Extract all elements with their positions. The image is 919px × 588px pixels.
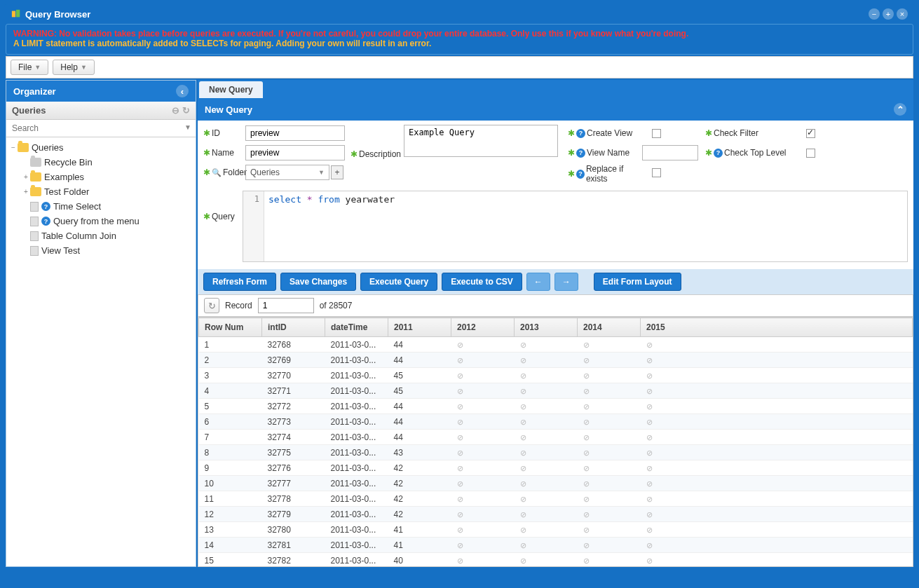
table-cell[interactable]: 32777 xyxy=(262,476,325,491)
table-cell[interactable]: 2011-03-0... xyxy=(325,383,388,399)
table-cell[interactable]: 32780 xyxy=(262,522,325,538)
table-cell[interactable]: ⊘ xyxy=(515,368,578,383)
table-cell[interactable]: 32782 xyxy=(262,553,325,567)
tab-new-query[interactable]: New Query xyxy=(199,81,263,98)
refresh-grid-button[interactable]: ↻ xyxy=(204,298,219,313)
table-cell[interactable]: ⊘ xyxy=(578,383,641,399)
table-cell[interactable]: ⊘ xyxy=(578,460,641,476)
replace-checkbox[interactable] xyxy=(652,168,661,177)
table-cell[interactable]: ⊘ xyxy=(578,507,641,522)
close-button[interactable]: × xyxy=(897,8,908,20)
collapse-organizer-button[interactable]: ‹ xyxy=(176,85,189,97)
col-2012[interactable]: 2012 xyxy=(451,318,515,337)
table-cell[interactable]: ⊘ xyxy=(515,522,578,538)
table-cell[interactable]: ⊘ xyxy=(578,337,641,353)
results-grid-scroll[interactable]: Row Num intID dateTime 2011 2012 2013 20… xyxy=(198,317,913,566)
table-cell[interactable]: 41 xyxy=(388,522,451,538)
table-cell[interactable]: 45 xyxy=(388,368,451,383)
table-cell[interactable]: ⊘ xyxy=(515,337,578,353)
help-icon[interactable]: ? xyxy=(576,129,585,138)
minus-icon[interactable]: ⊖ xyxy=(172,105,179,116)
next-button[interactable]: → xyxy=(554,273,578,291)
code-editor[interactable]: 1 select * from yearwater xyxy=(243,191,908,262)
table-cell[interactable]: 32774 xyxy=(262,430,325,445)
table-cell[interactable]: 14 xyxy=(199,538,262,553)
table-cell[interactable]: ⊘ xyxy=(451,399,515,414)
id-input[interactable] xyxy=(245,125,345,141)
description-input[interactable]: Example Query xyxy=(404,125,558,157)
table-cell[interactable]: ⊘ xyxy=(451,522,515,538)
table-cell[interactable]: 42 xyxy=(388,491,451,507)
col-intid[interactable]: intID xyxy=(262,318,325,337)
table-row[interactable]: 4327712011-03-0...45⊘⊘⊘⊘ xyxy=(199,383,913,399)
tree-recycle-bin[interactable]: Recycle Bin xyxy=(6,155,196,170)
table-cell[interactable]: 32770 xyxy=(262,368,325,383)
table-cell[interactable]: 2011-03-0... xyxy=(325,491,388,507)
collapse-section-button[interactable]: ⌃ xyxy=(894,103,906,116)
col-2014[interactable]: 2014 xyxy=(578,318,641,337)
table-cell[interactable]: 44 xyxy=(388,399,451,414)
table-cell[interactable]: ⊘ xyxy=(641,491,913,507)
table-cell[interactable]: ⊘ xyxy=(451,383,515,399)
table-cell[interactable]: ⊘ xyxy=(578,430,641,445)
table-cell[interactable]: 32776 xyxy=(262,460,325,476)
table-cell[interactable]: ⊘ xyxy=(641,430,913,445)
table-row[interactable]: 14327812011-03-0...41⊘⊘⊘⊘ xyxy=(199,538,913,553)
folder-select[interactable]: Queries▼ xyxy=(245,165,329,180)
table-row[interactable]: 12327792011-03-0...42⊘⊘⊘⊘ xyxy=(199,507,913,522)
table-cell[interactable]: ⊘ xyxy=(515,383,578,399)
table-cell[interactable]: 43 xyxy=(388,445,451,460)
table-cell[interactable]: 32772 xyxy=(262,399,325,414)
table-row[interactable]: 7327742011-03-0...44⊘⊘⊘⊘ xyxy=(199,430,913,445)
table-cell[interactable]: 13 xyxy=(199,522,262,538)
table-cell[interactable]: 44 xyxy=(388,430,451,445)
prev-button[interactable]: ← xyxy=(526,273,550,291)
help-menu[interactable]: Help▼ xyxy=(53,60,95,75)
table-cell[interactable]: 32773 xyxy=(262,414,325,430)
table-cell[interactable]: ⊘ xyxy=(641,368,913,383)
refresh-form-button[interactable]: Refresh Form xyxy=(203,273,276,291)
execute-query-button[interactable]: Execute Query xyxy=(360,273,437,291)
table-cell[interactable]: 32778 xyxy=(262,491,325,507)
table-cell[interactable]: 44 xyxy=(388,337,451,353)
table-cell[interactable]: 32775 xyxy=(262,445,325,460)
maximize-button[interactable]: + xyxy=(883,8,894,20)
add-folder-button[interactable]: + xyxy=(331,165,343,179)
record-input[interactable] xyxy=(258,298,314,313)
tree-root-queries[interactable]: − Queries xyxy=(6,140,196,155)
table-cell[interactable]: ⊘ xyxy=(515,491,578,507)
edit-form-layout-button[interactable]: Edit Form Layout xyxy=(594,273,681,291)
table-cell[interactable]: 32768 xyxy=(262,337,325,353)
table-cell[interactable]: ⊘ xyxy=(641,476,913,491)
create-view-checkbox[interactable] xyxy=(652,129,661,138)
table-cell[interactable]: ⊘ xyxy=(578,491,641,507)
table-cell[interactable]: ⊘ xyxy=(515,507,578,522)
table-cell[interactable]: 1 xyxy=(199,337,262,353)
help-icon[interactable]: ? xyxy=(576,149,585,158)
collapse-icon[interactable]: − xyxy=(9,144,18,151)
table-cell[interactable]: ⊘ xyxy=(451,337,515,353)
file-menu[interactable]: File▼ xyxy=(11,60,48,75)
tree-query-from-menu[interactable]: ? Query from the menu xyxy=(6,214,196,228)
table-cell[interactable]: ⊘ xyxy=(641,553,913,567)
table-cell[interactable]: ⊘ xyxy=(451,445,515,460)
code-text[interactable]: select * from yearwater xyxy=(264,191,399,261)
col-rownum[interactable]: Row Num xyxy=(199,318,262,337)
table-cell[interactable]: 32781 xyxy=(262,538,325,553)
minimize-button[interactable]: − xyxy=(869,8,880,20)
table-cell[interactable]: ⊘ xyxy=(641,353,913,368)
table-cell[interactable]: ⊘ xyxy=(641,445,913,460)
table-cell[interactable]: 2011-03-0... xyxy=(325,553,388,567)
table-cell[interactable]: ⊘ xyxy=(451,491,515,507)
table-cell[interactable]: 42 xyxy=(388,507,451,522)
table-cell[interactable]: ⊘ xyxy=(451,553,515,567)
table-cell[interactable]: 2011-03-0... xyxy=(325,414,388,430)
table-cell[interactable]: 2011-03-0... xyxy=(325,538,388,553)
search-input[interactable] xyxy=(6,120,180,137)
table-row[interactable]: 8327752011-03-0...43⊘⊘⊘⊘ xyxy=(199,445,913,460)
table-cell[interactable]: 2011-03-0... xyxy=(325,460,388,476)
table-cell[interactable]: ⊘ xyxy=(578,368,641,383)
table-row[interactable]: 1327682011-03-0...44⊘⊘⊘⊘ xyxy=(199,337,913,353)
table-cell[interactable]: 15 xyxy=(199,553,262,567)
table-cell[interactable]: ⊘ xyxy=(578,553,641,567)
